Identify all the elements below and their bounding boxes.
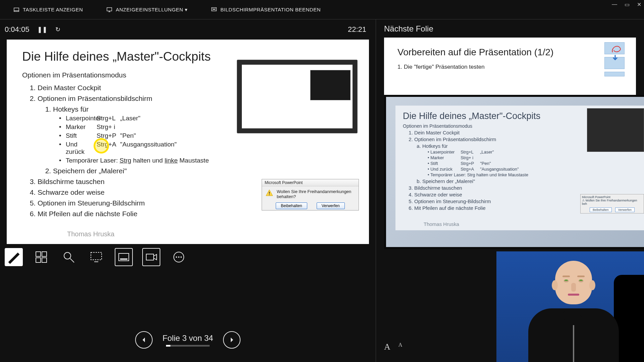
pen-tool-button[interactable] [5, 248, 23, 266]
next-slide-title: Vorbereiten auf die Präsentation (1/2) [397, 47, 623, 58]
discard-button: Verwerfen [317, 202, 345, 209]
display-settings-button[interactable]: ANZEIGEEINSTELLUNGEN ▾ [106, 7, 187, 13]
screen-off-icon [90, 250, 103, 264]
list-item: Speichern der „Malerei" [53, 167, 354, 175]
show-taskbar-label: TASKLEISTE ANZEIGEN [23, 7, 83, 12]
list-item: Speichern der „Malerei" [422, 178, 637, 184]
embedded-dialog: Microsoft PowerPoint Wollen Sie Ihre Fre… [262, 179, 359, 210]
next-slide-heading: Nächste Folie [376, 24, 644, 38]
webcam-feed[interactable] [496, 251, 644, 362]
end-slideshow-button[interactable]: BILDSCHIRMPRÄSENTATION BEENDEN [211, 7, 321, 13]
hotkey-row: • Temporärer Laser: Strg halten und link… [428, 172, 637, 177]
chevron-left-icon [141, 337, 147, 343]
display-settings-label: ANZEIGEEINSTELLUNGEN ▾ [116, 7, 187, 13]
show-taskbar-button[interactable]: TASKLEISTE ANZEIGEN [13, 7, 83, 13]
svg-rect-20 [146, 254, 154, 260]
slide-nav: Folie 3 von 34 [0, 331, 376, 349]
monitor-embedded-screenshot [587, 108, 644, 152]
slide-grid-button[interactable] [32, 248, 50, 266]
black-screen-button[interactable] [87, 248, 105, 266]
taskbar-icon [13, 7, 19, 13]
monitor-embedded-dialog: Microsoft PowerPoint ⚠ Wollen Sie Ihre F… [580, 194, 644, 214]
slide-author: Thomas Hruska [67, 230, 114, 238]
slide-progress [166, 345, 210, 347]
svg-rect-0 [14, 8, 19, 11]
keep-button: Beibehalten [276, 202, 307, 209]
svg-rect-12 [36, 258, 41, 262]
end-show-icon [211, 7, 217, 13]
svg-point-14 [64, 252, 71, 259]
slide-counter: Folie 3 von 34 [163, 334, 213, 343]
svg-rect-13 [42, 258, 47, 262]
end-slideshow-label: BILDSCHIRMPRÄSENTATION BEENDEN [220, 7, 321, 12]
svg-rect-9 [269, 194, 270, 195]
next-slide-button[interactable] [223, 331, 240, 349]
dialog-message: Wollen Sie Ihre Freihandanmerkungen beha… [277, 189, 355, 199]
monitor-icon [106, 7, 112, 13]
ellipsis-icon [172, 250, 185, 264]
camera-button[interactable] [142, 248, 160, 266]
embedded-screenshot [237, 60, 358, 133]
dialog-title: Microsoft PowerPoint [262, 179, 359, 186]
svg-rect-10 [36, 252, 41, 256]
decorative-shapes [600, 42, 629, 76]
subtitle-button[interactable] [115, 248, 133, 266]
camera-icon [145, 250, 158, 264]
hotkey-row: • Und zurückStrg+A"Ausgangssituation" [428, 167, 637, 172]
physical-monitor-photo: Die Hilfe deines „Master"-Cockpits Optio… [384, 95, 644, 249]
monitor-author: Thomas Hruska [424, 221, 459, 227]
presenter-tools [0, 244, 376, 270]
svg-line-15 [70, 258, 74, 262]
wall-clock: 22:21 [348, 25, 366, 34]
pen-icon [7, 250, 20, 264]
more-tools-button[interactable] [170, 248, 188, 266]
next-slide-line: 1. Die "fertige" Präsentation testen [397, 64, 623, 70]
list-item: Bildschirme tauschen [414, 185, 637, 191]
maximize-button[interactable]: ▭ [625, 1, 630, 8]
elapsed-time: 0:04:05 [5, 25, 29, 34]
hotkey-row: • MarkerStrg+ i [428, 155, 637, 160]
svg-rect-19 [120, 258, 127, 260]
decrease-font-button[interactable]: A [398, 342, 402, 352]
svg-rect-16 [91, 252, 102, 260]
minimize-button[interactable]: — [612, 1, 617, 8]
pause-timer-button[interactable]: ❚❚ [37, 26, 47, 33]
svg-rect-11 [42, 252, 47, 256]
svg-point-23 [178, 256, 179, 258]
subtitle-icon [117, 250, 130, 264]
prev-slide-button[interactable] [135, 331, 153, 349]
svg-rect-2 [107, 7, 112, 11]
svg-point-22 [176, 256, 177, 258]
increase-font-button[interactable]: A [384, 342, 390, 352]
warning-icon [265, 189, 273, 197]
presenter-topbar: TASKLEISTE ANZEIGEN ANZEIGEEINSTELLUNGEN… [0, 0, 644, 19]
grid-icon [35, 250, 48, 264]
hotkey-row: • StiftStrg+P"Pen" [428, 161, 637, 166]
current-slide[interactable]: Die Hilfe deines „Master"-Cockpits Optio… [7, 40, 369, 244]
hotkey-row: Temporärer Laser: Strg halten und linke … [59, 157, 354, 164]
laser-pointer-highlight [94, 138, 109, 154]
chevron-right-icon [228, 337, 235, 343]
magnifier-icon [62, 250, 75, 264]
close-button[interactable]: ✕ [637, 1, 641, 8]
zoom-button[interactable] [60, 248, 78, 266]
svg-rect-8 [269, 192, 270, 194]
svg-point-24 [180, 256, 182, 258]
reset-timer-button[interactable]: ↻ [55, 26, 60, 33]
